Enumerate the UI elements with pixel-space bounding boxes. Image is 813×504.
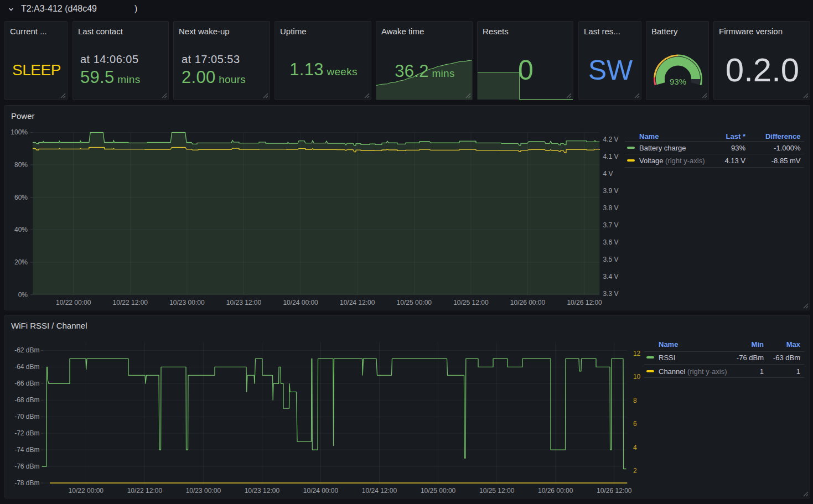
svg-text:4.2 V: 4.2 V	[603, 136, 619, 143]
svg-text:10/24 12:00: 10/24 12:00	[362, 487, 397, 495]
svg-text:-68 dBm: -68 dBm	[14, 396, 39, 404]
svg-text:10/25 12:00: 10/25 12:00	[479, 487, 515, 495]
svg-text:10/26 12:00: 10/26 12:00	[597, 487, 632, 495]
svg-text:10/22 12:00: 10/22 12:00	[127, 487, 163, 495]
svg-text:10/23 12:00: 10/23 12:00	[245, 487, 280, 495]
svg-text:3.5 V: 3.5 V	[603, 256, 619, 263]
svg-text:10/22 12:00: 10/22 12:00	[113, 299, 148, 306]
svg-text:-78 dBm: -78 dBm	[14, 479, 39, 487]
svg-text:4: 4	[633, 444, 637, 451]
svg-text:10/23 00:00: 10/23 00:00	[186, 487, 221, 495]
svg-text:3.3 V: 3.3 V	[603, 290, 619, 298]
svg-text:10/26 12:00: 10/26 12:00	[567, 299, 602, 306]
svg-text:10/24 00:00: 10/24 00:00	[303, 487, 339, 495]
svg-text:8: 8	[633, 397, 637, 404]
svg-text:4.1 V: 4.1 V	[603, 153, 619, 160]
svg-text:10/24 00:00: 10/24 00:00	[283, 299, 318, 306]
svg-text:-74 dBm: -74 dBm	[14, 446, 39, 454]
svg-text:10/25 00:00: 10/25 00:00	[397, 299, 432, 306]
svg-text:12: 12	[633, 350, 641, 357]
svg-text:10/26 00:00: 10/26 00:00	[538, 487, 573, 495]
svg-text:3.4 V: 3.4 V	[603, 273, 619, 280]
svg-text:40%: 40%	[14, 226, 28, 233]
svg-text:-76 dBm: -76 dBm	[14, 463, 39, 470]
svg-text:10/22 00:00: 10/22 00:00	[69, 487, 104, 495]
svg-text:10/25 12:00: 10/25 12:00	[453, 299, 489, 306]
svg-text:10: 10	[633, 373, 641, 381]
svg-text:10/23 00:00: 10/23 00:00	[169, 299, 205, 306]
svg-text:20%: 20%	[14, 258, 28, 266]
svg-text:3.8 V: 3.8 V	[603, 204, 619, 212]
svg-text:3.6 V: 3.6 V	[603, 238, 619, 246]
svg-text:-70 dBm: -70 dBm	[14, 413, 39, 420]
svg-text:10/26 00:00: 10/26 00:00	[510, 299, 546, 306]
svg-text:0%: 0%	[18, 291, 28, 299]
svg-text:-72 dBm: -72 dBm	[14, 429, 39, 437]
svg-text:-66 dBm: -66 dBm	[14, 380, 39, 387]
svg-text:-64 dBm: -64 dBm	[14, 363, 39, 371]
svg-text:-62 dBm: -62 dBm	[14, 346, 39, 354]
svg-text:10/22 00:00: 10/22 00:00	[56, 299, 91, 306]
svg-text:10/25 00:00: 10/25 00:00	[421, 487, 456, 495]
svg-text:60%: 60%	[14, 194, 28, 201]
svg-text:80%: 80%	[14, 161, 28, 169]
svg-text:10/24 12:00: 10/24 12:00	[340, 299, 375, 306]
svg-text:4 V: 4 V	[603, 170, 613, 178]
svg-text:6: 6	[633, 420, 637, 428]
svg-text:10/23 12:00: 10/23 12:00	[226, 299, 262, 306]
svg-text:100%: 100%	[11, 128, 28, 136]
svg-text:3.7 V: 3.7 V	[603, 221, 619, 229]
svg-text:3.9 V: 3.9 V	[603, 187, 619, 195]
svg-text:2: 2	[633, 467, 637, 475]
